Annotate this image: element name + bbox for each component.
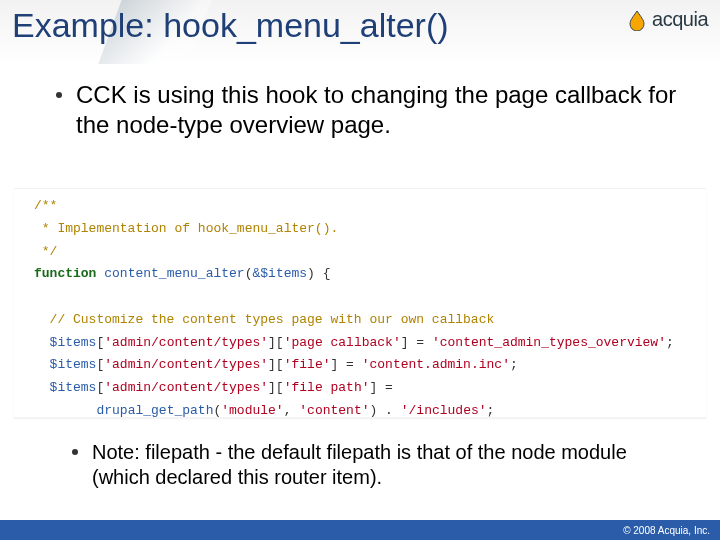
bullet-icon: [56, 92, 62, 98]
code-line: /**: [34, 198, 57, 213]
code-func: drupal_get_path: [96, 403, 213, 418]
code-keyword: function: [34, 266, 96, 281]
brand-logo: acquia: [626, 8, 708, 31]
note-bullet-list: Note: filepath - the default filepath is…: [72, 440, 680, 490]
code-arg: &$items: [252, 266, 307, 281]
code-str: 'admin/content/types': [104, 335, 268, 350]
code-var: $items: [50, 335, 97, 350]
code-str: 'content.admin.inc': [362, 357, 510, 372]
brand-name: acquia: [652, 8, 708, 31]
code-str: 'module': [221, 403, 283, 418]
list-item: Note: filepath - the default filepath is…: [72, 440, 680, 490]
list-item: CCK is using this hook to changing the p…: [56, 80, 680, 140]
bullet-icon: [72, 449, 78, 455]
code-line: // Customize the content types page with…: [34, 312, 494, 327]
footer-bar: © 2008 Acquia, Inc.: [0, 520, 720, 540]
code-str: 'admin/content/types': [104, 357, 268, 372]
code-str: 'page callback': [284, 335, 401, 350]
code-line: */: [34, 244, 57, 259]
code-var: $items: [50, 380, 97, 395]
copyright: © 2008 Acquia, Inc.: [623, 525, 710, 536]
slide: Example: hook_menu_alter() acquia CCK is…: [0, 0, 720, 540]
bullet-text: CCK is using this hook to changing the p…: [76, 80, 680, 140]
code-var: $items: [50, 357, 97, 372]
code-str: 'admin/content/types': [104, 380, 268, 395]
note-text: Note: filepath - the default filepath is…: [92, 440, 680, 490]
code-str: 'file path': [284, 380, 370, 395]
slide-title: Example: hook_menu_alter(): [12, 6, 449, 45]
code-str: 'content': [299, 403, 369, 418]
code-block: /** * Implementation of hook_menu_alter(…: [14, 188, 706, 418]
code-str: 'file': [284, 357, 331, 372]
main-bullet-list: CCK is using this hook to changing the p…: [56, 80, 680, 140]
droplet-icon: [626, 9, 648, 31]
code-func: content_menu_alter: [104, 266, 244, 281]
code-str: '/includes': [401, 403, 487, 418]
code-line: * Implementation of hook_menu_alter().: [34, 221, 338, 236]
code-str: 'content_admin_types_overview': [432, 335, 666, 350]
